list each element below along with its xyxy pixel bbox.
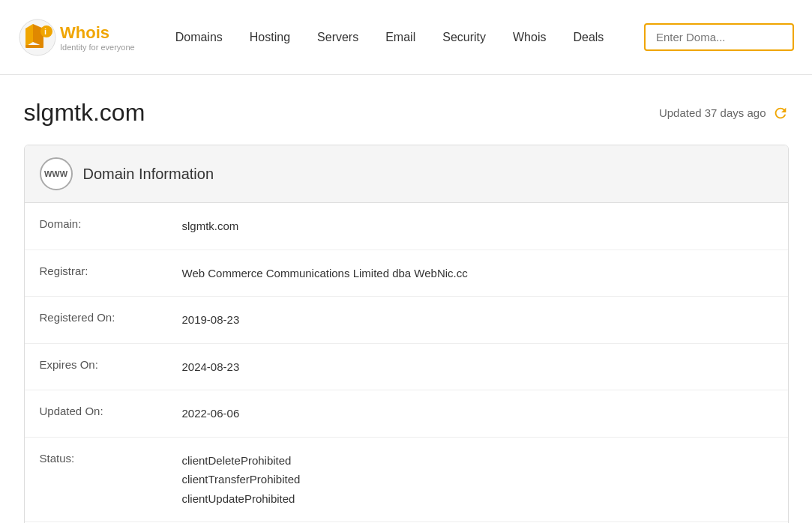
logo-text-area: Whois Identity for everyone [60, 23, 135, 52]
logo-icon: i [18, 18, 57, 57]
info-row: Registered On:2019-08-23 [25, 297, 788, 344]
logo-tagline: Identity for everyone [60, 43, 135, 52]
info-row-value: 2022-06-06 [182, 404, 240, 423]
info-row-value: Web Commerce Communications Limited dba … [182, 264, 468, 283]
info-row-label: Updated On: [40, 404, 182, 417]
www-badge: WWW [40, 157, 73, 190]
domain-search-input[interactable] [644, 23, 794, 51]
nav-item-hosting[interactable]: Hosting [239, 25, 301, 50]
nav-item-whois[interactable]: Whois [502, 25, 556, 50]
main-nav: Domains Hosting Servers Email Security W… [165, 25, 644, 50]
svg-text:i: i [44, 27, 46, 36]
nav-item-security[interactable]: Security [432, 25, 496, 50]
info-row-label: Registered On: [40, 310, 182, 324]
info-row-label: Domain: [40, 217, 182, 230]
main-content: slgmtk.com Updated 37 days ago WWW Domai… [9, 75, 804, 523]
nav-item-servers[interactable]: Servers [307, 25, 369, 50]
refresh-icon[interactable] [772, 105, 789, 121]
info-row-value: slgmtk.com [182, 217, 239, 236]
info-row-value: clientDeleteProhibitedclientTransferProh… [182, 451, 301, 509]
updated-text: Updated 37 days ago [659, 106, 766, 119]
header: i Whois Identity for everyone Domains Ho… [0, 0, 812, 75]
domain-title: slgmtk.com [24, 99, 145, 127]
info-rows: Domain:slgmtk.comRegistrar:Web Commerce … [25, 203, 788, 523]
info-row: Domain:slgmtk.com [25, 203, 788, 250]
nav-item-email[interactable]: Email [375, 25, 426, 50]
nav-item-deals[interactable]: Deals [562, 25, 614, 50]
card-title: Domain Information [83, 166, 214, 183]
info-row-label: Registrar: [40, 264, 182, 277]
svg-rect-3 [25, 45, 43, 48]
domain-info-card: WWW Domain Information Domain:slgmtk.com… [24, 145, 789, 523]
info-row: Registrar:Web Commerce Communications Li… [25, 250, 788, 297]
info-row-value: 2024-08-23 [182, 357, 240, 377]
info-row: Expires On:2024-08-23 [25, 344, 788, 391]
domain-header: slgmtk.com Updated 37 days ago [24, 99, 789, 127]
info-row-label: Status: [40, 451, 182, 465]
info-row: Updated On:2022-06-06 [25, 390, 788, 438]
info-row-label: Expires On: [40, 357, 182, 371]
nav-item-domains[interactable]: Domains [165, 25, 233, 50]
updated-info: Updated 37 days ago [659, 105, 789, 121]
info-row: Status:clientDeleteProhibitedclientTrans… [25, 438, 788, 523]
card-header: WWW Domain Information [25, 145, 788, 203]
logo-wordmark: Whois [60, 23, 135, 43]
info-row-value: 2019-08-23 [182, 310, 240, 330]
logo[interactable]: i Whois Identity for everyone [18, 18, 135, 57]
